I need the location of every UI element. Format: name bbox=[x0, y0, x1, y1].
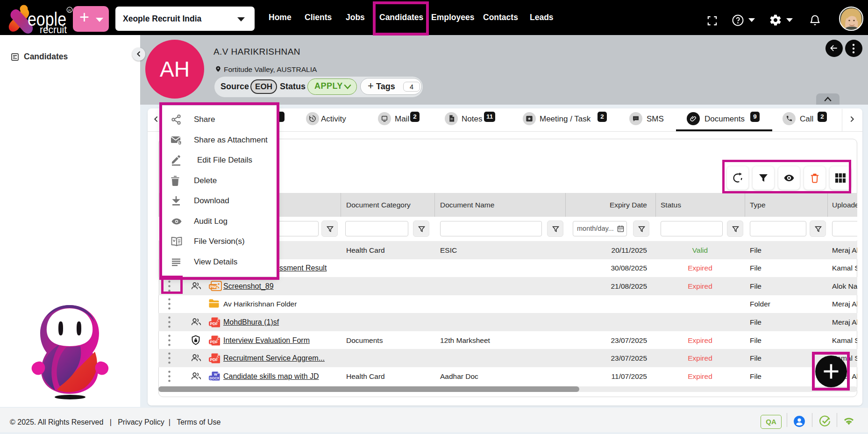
svg-text:PDF: PDF bbox=[210, 339, 218, 344]
svg-text:recruit: recruit bbox=[40, 24, 67, 34]
svg-text:PNG: PNG bbox=[210, 284, 218, 289]
svg-text:R: R bbox=[68, 8, 71, 13]
svg-text:DOCX: DOCX bbox=[210, 376, 220, 380]
svg-text:PDF: PDF bbox=[210, 357, 218, 362]
svg-text:PDF: PDF bbox=[210, 321, 218, 326]
